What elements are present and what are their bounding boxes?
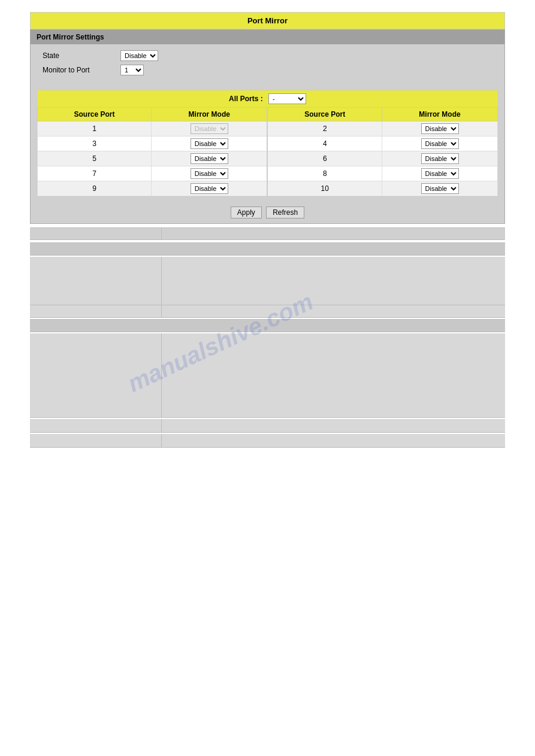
page-title: Port Mirror (30, 12, 505, 29)
left-mode-select-4[interactable]: DisableMirror (191, 168, 228, 179)
left-port-3: 5 (38, 151, 152, 166)
right-port-4: 8 (267, 166, 382, 181)
right-mode-5[interactable]: DisableMirror (382, 181, 498, 196)
lower-split-row-2 (30, 333, 505, 418)
table-row: 3 DisableMirror 4 DisableMirror (38, 136, 498, 151)
lower-header-row (30, 227, 505, 240)
lower-right-cell-4 (162, 434, 505, 447)
apply-button[interactable]: Apply (231, 207, 262, 218)
col-mirror-mode-1: Mirror Mode (151, 108, 267, 122)
lower-full-bar-2 (30, 319, 505, 332)
col-mirror-mode-2: Mirror Mode (382, 108, 498, 122)
col-source-port-2: Source Port (267, 108, 382, 122)
left-mode-4[interactable]: DisableMirror (151, 166, 267, 181)
lower-header-right (162, 228, 505, 240)
lower-right-cell-1 (162, 257, 505, 305)
table-row: 7 DisableMirror 8 DisableMirror (38, 166, 498, 181)
right-mode-select-2[interactable]: DisableMirror (421, 138, 459, 149)
lower-split-row-3 (30, 419, 505, 433)
all-ports-select[interactable]: - Disable Mirror (268, 93, 306, 104)
left-mode-2[interactable]: DisableMirror (151, 136, 267, 151)
left-port-2: 3 (38, 136, 152, 151)
settings-header: Port Mirror Settings (31, 30, 504, 44)
left-port-1: 1 (38, 122, 152, 136)
lower-left-thin (30, 305, 162, 317)
left-port-4: 7 (38, 166, 152, 181)
left-mode-1[interactable]: DisableMirror (151, 122, 267, 136)
left-mode-5[interactable]: DisableMirror (151, 181, 267, 196)
monitor-port-row: Monitor to Port 1234 5678 910 (43, 65, 492, 75)
lower-split-row-thin (30, 305, 505, 318)
all-ports-label: All Ports : (229, 95, 263, 103)
right-mode-3[interactable]: DisableMirror (382, 151, 498, 166)
right-mode-select-3[interactable]: DisableMirror (421, 153, 459, 164)
lower-left-cell-1 (30, 257, 162, 305)
right-mode-select-4[interactable]: DisableMirror (421, 168, 459, 179)
lower-section (30, 227, 505, 448)
left-mode-select-2[interactable]: DisableMirror (191, 138, 228, 149)
right-mode-1[interactable]: DisableMirror (382, 122, 498, 136)
main-panel: Port Mirror Settings State Disable Enabl… (30, 29, 505, 224)
right-port-1: 2 (267, 122, 382, 136)
table-row: 9 DisableMirror 10 DisableMirror (38, 181, 498, 196)
lower-right-thin (162, 305, 505, 317)
left-mode-select-5[interactable]: DisableMirror (191, 183, 228, 194)
right-mode-select-5[interactable]: DisableMirror (421, 183, 459, 194)
lower-left-cell-2 (30, 333, 162, 417)
monitor-port-label: Monitor to Port (43, 66, 120, 74)
lower-left-cell-4 (30, 434, 162, 447)
state-select[interactable]: Disable Enable (120, 50, 158, 61)
lower-header-left (30, 228, 162, 240)
col-source-port-1: Source Port (38, 108, 152, 122)
right-mode-2[interactable]: DisableMirror (382, 136, 498, 151)
lower-right-cell-3 (162, 419, 505, 432)
settings-content: State Disable Enable Monitor to Port 123… (31, 44, 504, 85)
lower-left-cell-3 (30, 419, 162, 432)
inner-panel: All Ports : - Disable Mirror Source Port… (37, 90, 498, 197)
left-mode-3[interactable]: DisableMirror (151, 151, 267, 166)
right-mode-select-1[interactable]: DisableMirror (421, 123, 459, 134)
lower-split-row-1 (30, 257, 505, 305)
right-port-5: 10 (267, 181, 382, 196)
port-table: Source Port Mirror Mode Source Port Mirr… (37, 107, 498, 196)
state-label: State (43, 51, 120, 60)
action-row: Apply Refresh (31, 202, 504, 223)
monitor-port-select[interactable]: 1234 5678 910 (120, 65, 144, 75)
lower-right-cell-2 (162, 333, 505, 417)
lower-full-bar-1 (30, 242, 505, 256)
left-mode-select-1[interactable]: DisableMirror (191, 123, 228, 134)
all-ports-row: All Ports : - Disable Mirror (37, 90, 498, 107)
right-port-2: 4 (267, 136, 382, 151)
left-port-5: 9 (38, 181, 152, 196)
table-row: 5 DisableMirror 6 DisableMirror (38, 151, 498, 166)
table-row: 1 DisableMirror 2 DisableMirror (38, 122, 498, 136)
lower-split-row-4 (30, 434, 505, 448)
left-mode-select-3[interactable]: DisableMirror (191, 153, 228, 164)
right-mode-4[interactable]: DisableMirror (382, 166, 498, 181)
refresh-button[interactable]: Refresh (266, 207, 304, 218)
right-port-3: 6 (267, 151, 382, 166)
state-row: State Disable Enable (43, 50, 492, 61)
